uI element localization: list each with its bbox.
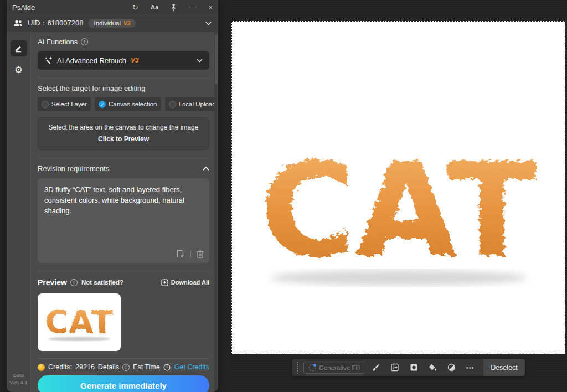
cat-artwork: CAT [244, 121, 553, 298]
pin-icon[interactable] [171, 4, 177, 11]
save-prompt-icon[interactable] [177, 250, 185, 258]
scrollbar-track[interactable] [214, 32, 218, 392]
plan-badge: Individual V3 [88, 19, 136, 28]
target-options: Select Layer ✓ Canvas selection Local Up… [38, 97, 209, 111]
chevron-down-icon [197, 59, 203, 63]
not-satisfied-link[interactable]: Not satisfied? [81, 279, 123, 286]
ai-functions-row: AI Functions ! [38, 38, 209, 46]
generative-fill-button[interactable]: Generative Fill [303, 362, 365, 374]
section-divider [38, 271, 209, 271]
option-select-layer[interactable]: Select Layer [38, 97, 91, 111]
scrollbar-thumb[interactable] [215, 34, 218, 84]
refresh-icon[interactable]: ↻ [132, 4, 138, 11]
brush-button[interactable] [368, 361, 384, 374]
version-number: V25.4.1 [9, 379, 28, 386]
svg-text:CAT: CAT [45, 304, 114, 341]
section-divider [38, 158, 209, 158]
mask-icon [410, 363, 418, 372]
tool-sidebar: ⚙ Beta V25.4.1 [7, 32, 31, 392]
add-mask-button[interactable] [405, 361, 422, 374]
toolbar-divider [190, 251, 191, 257]
download-all-button[interactable]: Download All [161, 279, 209, 286]
ai-function-dropdown[interactable]: AI Advanced Retouch V3 [38, 51, 209, 70]
application-stage: PsAide ↻ Aa — × UID：618007208 Individual… [0, 0, 567, 392]
close-icon[interactable]: × [208, 4, 213, 11]
revision-header: Revision requirements [38, 164, 209, 173]
minimize-icon[interactable]: — [189, 4, 196, 11]
users-icon [13, 20, 23, 27]
contextual-taskbar: Generative Fill ••• Deselect [292, 359, 525, 376]
option-label: Local Upload [179, 101, 216, 107]
select-subject-button[interactable] [386, 361, 403, 374]
edit-tool-button[interactable] [11, 40, 27, 56]
ai-functions-label: AI Functions [38, 38, 78, 46]
prompt-text: 3D fluffy “CAT” text, soft and layered f… [44, 185, 203, 216]
plan-name: Individual [94, 20, 121, 27]
click-to-preview-link[interactable]: Click to Preview [98, 135, 149, 143]
more-options-button[interactable]: ••• [462, 361, 478, 374]
target-heading: Select the target for image editing [38, 84, 145, 92]
delete-icon[interactable] [197, 250, 204, 258]
get-credits-link[interactable]: Get Credits [174, 363, 209, 371]
magic-wand-icon [44, 56, 53, 65]
chevron-up-icon[interactable] [203, 167, 209, 171]
drag-handle[interactable] [297, 362, 298, 374]
adjustments-button[interactable] [443, 361, 460, 374]
download-all-label: Download All [171, 279, 209, 286]
titlebar[interactable]: PsAide ↻ Aa — × [7, 0, 218, 15]
prompt-input[interactable]: 3D fluffy “CAT” text, soft and layered f… [38, 178, 209, 263]
taskbar-tools: Generative Fill ••• [292, 359, 483, 376]
deselect-button[interactable]: Deselect [483, 359, 525, 376]
plan-version: V3 [123, 20, 130, 27]
coin-icon [38, 364, 45, 371]
psaide-plugin-window: PsAide ↻ Aa — × UID：618007208 Individual… [7, 0, 218, 392]
info-icon[interactable]: ! [122, 364, 130, 371]
option-canvas-selection[interactable]: ✓ Canvas selection [95, 97, 161, 111]
document-canvas[interactable]: CAT [231, 21, 565, 354]
fill-button[interactable] [424, 361, 441, 374]
hint-text: Select the area on the canvas to change … [43, 123, 204, 131]
version-label: Beta V25.4.1 [9, 372, 28, 386]
info-icon[interactable]: ! [81, 38, 88, 45]
function-version: V3 [131, 56, 139, 64]
uid-label: UID：618007208 [28, 18, 83, 28]
details-link[interactable]: Details [98, 363, 119, 371]
beta-label: Beta [9, 372, 28, 379]
brush-icon [372, 363, 380, 372]
est-time-link[interactable]: Est Time [133, 363, 160, 371]
option-local-upload[interactable]: Local Upload [165, 97, 218, 111]
svg-text:CAT: CAT [260, 135, 538, 286]
preview-header: Preview ! Not satisfied? Download All [38, 278, 209, 287]
generate-button[interactable]: Generate immediately [38, 375, 209, 392]
selected-function-label: AI Advanced Retouch [57, 56, 126, 65]
pencil-icon [14, 44, 23, 53]
preview-heading: Preview [38, 278, 67, 287]
credits-bar: Credits: 29216 Details ! Est Time Get Cr… [38, 358, 209, 371]
credits-value: 29216 [75, 363, 95, 371]
radio-icon [42, 101, 49, 108]
paint-bucket-icon [428, 363, 437, 372]
font-size-icon[interactable]: Aa [151, 4, 159, 11]
account-row[interactable]: UID：618007208 Individual V3 [7, 15, 218, 32]
selection-tool-icon [390, 363, 399, 372]
prompt-toolbar [177, 250, 204, 258]
revision-heading: Revision requirements [38, 164, 109, 173]
clock-icon [163, 364, 171, 371]
thumbnail-cat-artwork: CAT [41, 298, 117, 346]
radio-checked-icon: ✓ [99, 101, 106, 108]
credits-label: Credits: [48, 363, 72, 371]
download-icon [161, 279, 168, 286]
canvas-hint-box: Select the area on the canvas to change … [38, 117, 209, 150]
gear-icon[interactable]: ⚙ [14, 64, 23, 76]
panel-content: AI Functions ! AI Advanced Retouch V3 [31, 32, 218, 392]
target-heading-row: Select the target for image editing [38, 84, 209, 92]
option-label: Canvas selection [109, 101, 157, 107]
adjustments-icon [447, 363, 456, 372]
generative-fill-label: Generative Fill [319, 364, 360, 371]
generative-fill-icon [309, 364, 316, 371]
radio-icon [169, 101, 176, 108]
chevron-down-icon[interactable] [205, 22, 212, 25]
section-divider [38, 78, 209, 78]
info-icon[interactable]: ! [70, 279, 78, 286]
preview-thumbnail[interactable]: CAT [38, 293, 121, 351]
